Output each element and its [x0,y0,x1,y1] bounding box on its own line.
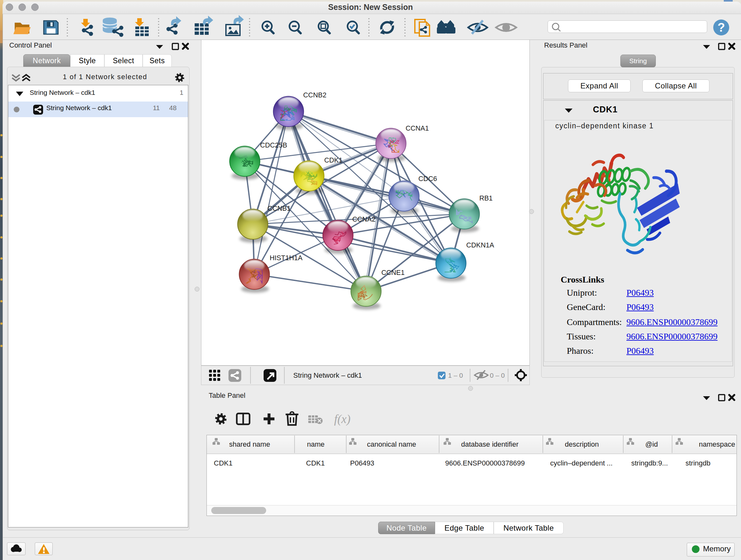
svg-text:CDC25B: CDC25B [260,141,287,149]
svg-text:0 – 0: 0 – 0 [490,372,505,379]
svg-text:description: description [565,440,599,448]
svg-text:shared name: shared name [229,440,270,448]
svg-text:canonical name: canonical name [367,440,416,448]
svg-text:CCNB1: CCNB1 [267,205,291,212]
svg-text:CCNA1: CCNA1 [406,125,429,132]
svg-text:f(x): f(x) [334,413,350,426]
svg-text:String Network – cdk1: String Network – cdk1 [293,371,362,379]
svg-text:CDK1: CDK1 [214,459,232,467]
svg-text:?: ? [718,21,725,34]
svg-text:name: name [307,440,325,448]
svg-text:CDC6: CDC6 [418,175,437,183]
svg-text:cyclin–dependent ...: cyclin–dependent ... [550,459,613,467]
svg-text:CCNE1: CCNE1 [381,269,405,276]
svg-text:namespace: namespace [699,440,735,448]
svg-text:1 – 0: 1 – 0 [448,372,463,379]
svg-text:database identifier: database identifier [461,440,519,448]
svg-text:RB1: RB1 [479,194,493,202]
svg-text:CDK1: CDK1 [306,459,325,467]
svg-text:CDK1: CDK1 [324,157,342,164]
svg-text:@id: @id [645,440,658,448]
svg-text:HIST1H1A: HIST1H1A [270,254,302,262]
svg-text:CCNB2: CCNB2 [303,91,327,99]
svg-text:9606.ENSP00000378699: 9606.ENSP00000378699 [445,459,525,467]
svg-text:CCNA2: CCNA2 [352,215,376,223]
svg-text:P06493: P06493 [350,459,374,467]
svg-text:CDKN1A: CDKN1A [466,241,494,249]
svg-text:stringdb:9...: stringdb:9... [631,459,668,467]
svg-text:stringdb: stringdb [685,459,711,467]
